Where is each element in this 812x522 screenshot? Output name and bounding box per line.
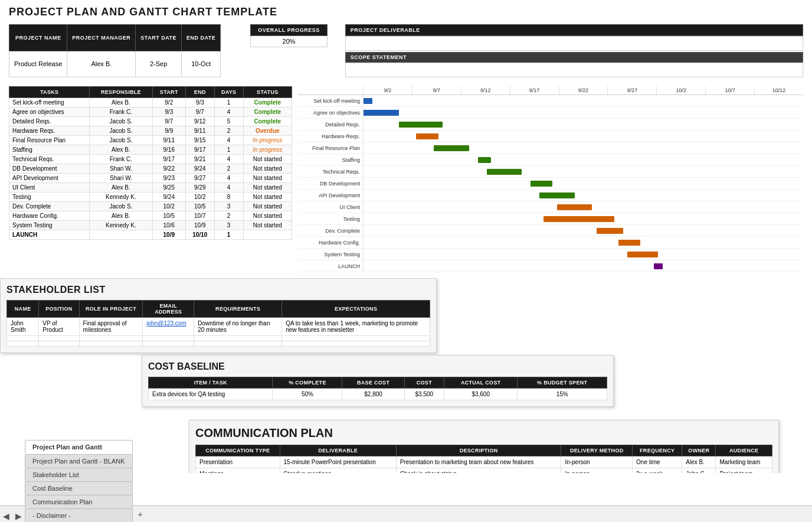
task-name: Testing xyxy=(9,193,90,202)
scope-header: SCOPE STATEMENT xyxy=(345,52,803,63)
task-name: Set kick-off meeting xyxy=(9,98,90,107)
gantt-row: Set kick-off meeting xyxy=(298,95,803,107)
task-start: 9/7 xyxy=(152,117,185,126)
tab-scroll-left[interactable]: ◀ xyxy=(0,510,12,522)
task-name: Staffing xyxy=(9,145,90,155)
task-name: API Development xyxy=(9,174,90,183)
stakeholder-empty-row xyxy=(7,336,430,341)
overall-progress-header: OVERALL PROGRESS xyxy=(251,25,327,36)
project-info-table: PROJECT NAME PROJECT MANAGER START DATE … xyxy=(9,24,221,77)
task-start: 9/22 xyxy=(152,164,185,174)
task-responsible: Shari W. xyxy=(90,164,152,174)
task-responsible: Alex B. xyxy=(90,145,152,155)
overall-progress-table: OVERALL PROGRESS 20% xyxy=(250,24,327,47)
tab-bar: ◀ ▶ Project Plan and GanttProject Plan a… xyxy=(0,505,812,522)
gantt-bar xyxy=(364,98,372,104)
st-name: John Smith xyxy=(7,318,39,336)
task-start: 9/24 xyxy=(152,193,185,202)
tasks-section: TASKS RESPONSIBLE START END DAYS STATUS … xyxy=(9,86,292,272)
task-responsible: Jacob S. xyxy=(90,136,152,145)
tab-item-0[interactable]: Project Plan and Gantt xyxy=(25,440,133,454)
gantt-row: Dev. Complete xyxy=(298,225,803,237)
task-name: Hardware Config. xyxy=(9,211,90,221)
start-date-header: START DATE xyxy=(136,25,182,51)
task-responsible: Jacob S. xyxy=(90,126,152,136)
comm-col-header: COMMUNICATION TYPE xyxy=(196,445,280,456)
tab-scroll-right[interactable]: ▶ xyxy=(12,510,25,522)
comm-description: Presentation to marketing team about new… xyxy=(396,456,561,468)
gantt-bar xyxy=(618,240,640,246)
st-expectations: QA to take less than 1 week, marketing t… xyxy=(282,318,430,336)
task-responsible: Frank C. xyxy=(90,107,152,117)
gantt-row-bars xyxy=(363,142,803,154)
gantt-bar xyxy=(543,216,614,222)
cost-col-header: % BUDGET SPENT xyxy=(518,377,607,389)
tasks-gantt-section: TASKS RESPONSIBLE START END DAYS STATUS … xyxy=(9,86,803,272)
tasks-col-start: START xyxy=(152,87,185,98)
gantt-row-bars xyxy=(363,178,803,189)
gantt-row: Hardware Config. xyxy=(298,237,803,249)
task-start: 9/9 xyxy=(152,126,185,136)
task-status: Not started xyxy=(243,221,292,230)
project-manager-value: Alex B. xyxy=(67,51,136,77)
gantt-row: Staffing xyxy=(298,154,803,166)
stakeholder-col-header: REQUIREMENTS xyxy=(194,301,282,318)
comm-audience: Marketing team xyxy=(716,456,772,468)
comm-audience: Project team xyxy=(716,468,772,474)
task-start: 9/11 xyxy=(152,136,185,145)
gantt-row-label: Set kick-off meeting xyxy=(298,98,363,104)
cost-pct-budget: 15% xyxy=(518,389,607,400)
gantt-bar xyxy=(531,181,552,187)
gantt-row: Hardware Reqs. xyxy=(298,130,803,142)
page-title: PROJECT PLAN AND GANTT CHART TEMPLATE xyxy=(9,6,803,18)
task-days: 1 xyxy=(214,98,243,107)
task-status: Complete xyxy=(243,117,292,126)
deliverable-content xyxy=(345,36,803,51)
overall-progress-value: 20% xyxy=(251,36,327,47)
gantt-bar xyxy=(364,110,399,116)
tab-add-button[interactable]: + xyxy=(133,507,148,522)
cost-card: COST BASELINE ITEM / TASK% COMPLETEBASE … xyxy=(142,355,614,407)
gantt-date-label: 9/27 xyxy=(607,86,656,94)
overall-progress-section: OVERALL PROGRESS 20% xyxy=(250,24,327,77)
comm-method: In-person xyxy=(561,456,633,468)
tasks-col-status: STATUS xyxy=(243,87,292,98)
gantt-row-bars xyxy=(363,213,803,224)
gantt-date-label: 9/22 xyxy=(559,86,608,94)
project-name-value: Product Release xyxy=(9,51,67,77)
tab-item-3[interactable]: Cost Baseline xyxy=(25,481,133,495)
st-email: john@123.com xyxy=(143,318,194,336)
gantt-row: Testing xyxy=(298,213,803,225)
task-start: 10/9 xyxy=(152,230,185,240)
cost-col-header: COST xyxy=(404,377,444,389)
gantt-row-label: DB Development xyxy=(298,181,363,187)
tab-item-1[interactable]: Project Plan and Gantt - BLANK xyxy=(25,454,133,468)
st-role: Final approval of milestones xyxy=(79,318,143,336)
task-end: 10/5 xyxy=(185,202,214,211)
gantt-date-label: 9/7 xyxy=(412,86,461,94)
task-status: Not started xyxy=(243,183,292,193)
stakeholder-empty-row xyxy=(7,341,430,347)
st-requirements: Downtime of no longer than 20 minutes xyxy=(194,318,282,336)
comm-method: In-person xyxy=(561,468,633,474)
tab-item-5[interactable]: - Disclaimer - xyxy=(25,508,133,522)
task-start: 10/6 xyxy=(152,221,185,230)
task-start: 10/5 xyxy=(152,211,185,221)
project-manager-header: PROJECT MANAGER xyxy=(67,25,136,51)
task-days: 4 xyxy=(214,136,243,145)
task-responsible: Alex B. xyxy=(90,98,152,107)
comm-col-header: DELIVERY METHOD xyxy=(561,445,633,456)
cost-row: Extra devices for QA testing 50% $2,800 … xyxy=(149,389,607,400)
stakeholder-title: STAKEHOLDER LIST xyxy=(6,285,430,295)
task-start: 10/2 xyxy=(152,202,185,211)
comm-owner: John S. xyxy=(682,468,716,474)
gantt-section: 9/29/79/129/179/229/2710/210/710/12 Set … xyxy=(298,86,803,272)
cost-col-header: % COMPLETE xyxy=(273,377,342,389)
gantt-row-bars xyxy=(363,260,803,272)
tab-item-4[interactable]: Communication Plan xyxy=(25,495,133,508)
task-responsible: Frank C. xyxy=(90,155,152,164)
task-start: 9/25 xyxy=(152,183,185,193)
tab-item-2[interactable]: Stakeholder List xyxy=(25,468,133,481)
task-end: 9/27 xyxy=(185,174,214,183)
gantt-row-bars xyxy=(363,237,803,248)
